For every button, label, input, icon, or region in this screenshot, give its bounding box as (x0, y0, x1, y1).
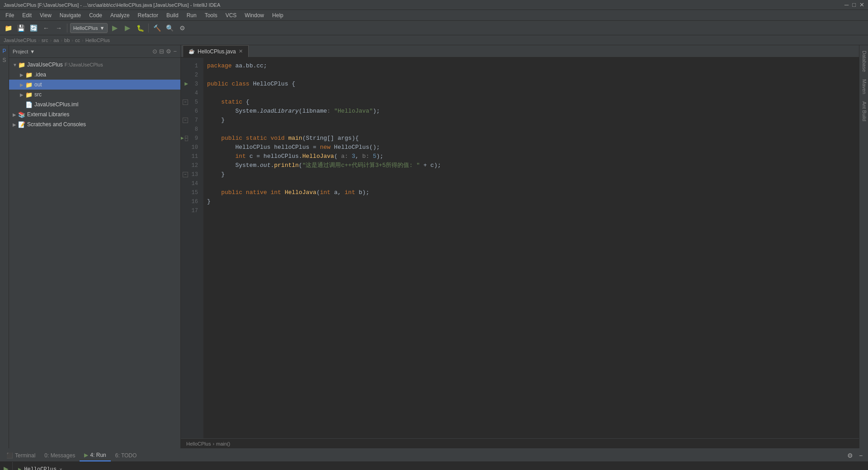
menu-edit[interactable]: Edit (19, 11, 35, 19)
right-tab-ant-build[interactable]: Ant Build (860, 98, 868, 125)
toolbar-back-icon[interactable]: ← (41, 23, 52, 33)
hide-panel-icon[interactable]: − (173, 48, 177, 55)
toolbar-forward-icon[interactable]: → (53, 23, 64, 33)
tree-arrow: ▼ (13, 62, 18, 67)
run-gutter-icon-3[interactable]: ▶ (184, 80, 188, 89)
project-dropdown-icon[interactable]: ▼ (30, 49, 35, 54)
tree-idea[interactable]: ▶ 📁 .idea (9, 70, 180, 80)
run-gutter-icon-9[interactable]: ▶ (181, 134, 184, 143)
code-content[interactable]: package aa.bb.cc; public class HelloCPlu… (203, 58, 859, 438)
editor-bc-method[interactable]: main() (216, 441, 230, 446)
right-tab-database[interactable]: Database (860, 47, 868, 76)
right-sidebar: Database Maven Ant Build (859, 45, 868, 448)
breadcrumb-src[interactable]: src (42, 38, 48, 43)
minimize-button[interactable]: ─ (844, 1, 849, 8)
collapse-all-icon[interactable]: ⊟ (159, 48, 164, 55)
run-tab-terminal[interactable]: ⬛ Terminal (2, 450, 40, 461)
code-line-4 (207, 89, 859, 98)
code-line-8 (207, 125, 859, 134)
run-left-actions: ▶ ■ ↺ ↕ ☰ 🖨 🗑 (0, 462, 13, 470)
menu-code[interactable]: Code (85, 11, 106, 19)
fold-button-13[interactable]: − (183, 172, 188, 177)
run-panel-settings-icon[interactable]: ⚙ (844, 450, 855, 461)
file-icon: 📄 (25, 101, 33, 108)
menu-run[interactable]: Run (183, 11, 200, 19)
code-line-5: static { (207, 98, 859, 107)
gutter-line-9: ▶ − 9 (181, 134, 200, 143)
project-panel-header: Project ▼ ⊙ ⊟ ⚙ − (9, 45, 180, 58)
window-controls[interactable]: ─ □ ✕ (844, 1, 864, 8)
tree-scratches[interactable]: ▶ 📝 Scratches and Consoles (9, 119, 180, 129)
toolbar-sep1 (67, 24, 67, 33)
run-tab-messages[interactable]: 0: Messages (40, 450, 80, 461)
maximize-button[interactable]: □ (852, 1, 856, 8)
run-subtab-close[interactable]: ✕ (59, 465, 62, 470)
toolbar-save-icon[interactable]: 💾 (15, 23, 26, 33)
menu-vcs[interactable]: VCS (222, 11, 241, 19)
menu-navigate[interactable]: Navigate (56, 11, 85, 19)
project-icon-btn[interactable]: P (0, 47, 9, 55)
code-line-2 (207, 71, 859, 80)
tree-arrow: ▶ (13, 122, 18, 127)
menu-analyze[interactable]: Analyze (107, 11, 133, 19)
breadcrumb-root[interactable]: JavaUseCPlus (4, 38, 36, 43)
breadcrumb-bb[interactable]: bb (64, 38, 70, 43)
run-panel-close-icon[interactable]: − (855, 450, 866, 461)
tab-close-button[interactable]: ✕ (239, 48, 243, 54)
coverage-button[interactable]: ▶ (122, 23, 133, 33)
editor-tab-hellocplus[interactable]: ☕ HelloCPlus.java ✕ (183, 45, 249, 57)
tree-item-detail: F:\JavaUseCPlus (65, 62, 103, 67)
menu-bar: File Edit View Navigate Code Analyze Ref… (0, 10, 868, 21)
toolbar-build-icon[interactable]: 🔨 (151, 23, 162, 33)
breadcrumb: JavaUseCPlus › src › aa › bb › cc › Hell… (0, 35, 868, 45)
folder-icon: 📁 (18, 62, 25, 68)
tree-external-libs[interactable]: ▶ 📚 External Libraries (9, 109, 180, 119)
fold-button-9[interactable]: − (185, 136, 188, 141)
breadcrumb-sep5: › (82, 38, 84, 43)
tree-src[interactable]: ▶ 📁 src (9, 90, 180, 100)
fold-button-5[interactable]: − (183, 100, 188, 105)
run-tab-todo[interactable]: 6: TODO (111, 450, 142, 461)
breadcrumb-aa[interactable]: aa (53, 38, 59, 43)
run-button[interactable]: ▶ (109, 23, 120, 33)
tab-label: HelloCPlus.java (198, 48, 236, 55)
gutter-line-17: 17 (181, 206, 200, 215)
toolbar-search-icon[interactable]: 🔍 (164, 23, 175, 33)
debug-button[interactable]: 🐛 (135, 23, 146, 33)
fold-button-7[interactable]: − (183, 118, 188, 123)
run-play-button[interactable]: ▶ (1, 464, 11, 470)
tree-iml[interactable]: 📄 JavaUseCPlus.iml (9, 100, 180, 109)
project-panel-title: Project ▼ (13, 49, 35, 54)
menu-file[interactable]: File (2, 11, 18, 19)
tree-root-javausecplus[interactable]: ▼ 📁 JavaUseCPlus F:\JavaUseCPlus (9, 60, 180, 70)
toolbar-sync-icon[interactable]: 🔄 (28, 23, 39, 33)
close-button[interactable]: ✕ (859, 1, 864, 8)
breadcrumb-cc[interactable]: cc (75, 38, 80, 43)
tree-item-label: Scratches and Consoles (27, 121, 86, 128)
menu-help[interactable]: Help (269, 11, 287, 19)
editor-bc-class[interactable]: HelloCPlus (186, 441, 211, 446)
panel-settings-icon[interactable]: ⚙ (166, 48, 171, 55)
java-file-icon: ☕ (189, 48, 195, 54)
menu-build[interactable]: Build (163, 11, 182, 19)
run-subtab-label[interactable]: HelloCPlus (24, 465, 57, 470)
breadcrumb-file[interactable]: HelloCPlus (85, 38, 110, 43)
code-line-7: } (207, 116, 859, 125)
folder-icon: 📁 (25, 71, 33, 78)
toolbar-settings-icon[interactable]: ⚙ (177, 23, 188, 33)
run-config-name: HelloCPlus (73, 25, 98, 31)
tree-out[interactable]: ▶ 📁 out (9, 80, 180, 90)
toolbar-project-icon[interactable]: 📁 (3, 23, 14, 33)
menu-view[interactable]: View (36, 11, 55, 19)
menu-refactor[interactable]: Refactor (134, 11, 162, 19)
code-line-16: } (207, 197, 859, 206)
menu-tools[interactable]: Tools (201, 11, 221, 19)
structure-icon-btn[interactable]: S (0, 56, 9, 64)
run-tab-run[interactable]: ▶ 4: Run (80, 450, 110, 461)
code-editor[interactable]: 1 2 ▶ 3 4 − 5 6 − 7 8 (181, 58, 859, 438)
right-tab-maven[interactable]: Maven (860, 76, 868, 98)
run-config-dropdown[interactable]: HelloCPlus ▼ (70, 23, 108, 33)
sync-external-icon[interactable]: ⊙ (152, 48, 157, 55)
run-output: ▶ HelloCPlus ✕ E:\LearnLife\JDK_X86\jkd1… (13, 462, 868, 470)
menu-window[interactable]: Window (241, 11, 268, 19)
